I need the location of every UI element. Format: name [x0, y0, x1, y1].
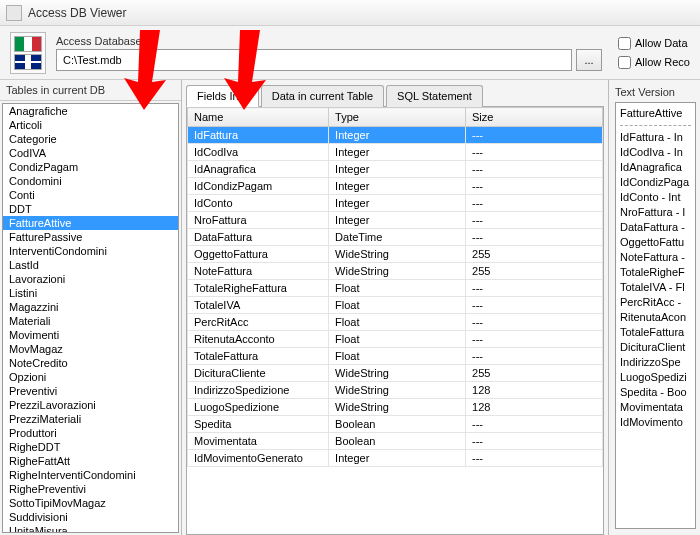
table-list-item[interactable]: LastId [3, 258, 178, 272]
table-row[interactable]: MovimentataBoolean--- [188, 433, 603, 450]
table-cell: Integer [329, 212, 466, 229]
table-cell: --- [466, 161, 603, 178]
table-cell: RitenutaAcconto [188, 331, 329, 348]
table-list-item[interactable]: FattureAttive [3, 216, 178, 230]
table-cell: 128 [466, 382, 603, 399]
table-row[interactable]: OggettoFatturaWideString255 [188, 246, 603, 263]
table-list[interactable]: AnagraficheArticoliCategorieCodIVACondiz… [2, 103, 179, 533]
table-list-item[interactable]: CondizPagam [3, 160, 178, 174]
table-list-item[interactable]: FatturePassive [3, 230, 178, 244]
text-version-line: IdCodIva - In [620, 145, 691, 160]
table-cell: Float [329, 331, 466, 348]
center-panel: Fields InfoData in current TableSQL Stat… [182, 80, 608, 535]
table-list-item[interactable]: Suddivisioni [3, 510, 178, 524]
column-header[interactable]: Type [329, 108, 466, 127]
table-list-item[interactable]: RigheInterventiCondomini [3, 468, 178, 482]
table-row[interactable]: IdContoInteger--- [188, 195, 603, 212]
table-list-item[interactable]: InterventiCondomini [3, 244, 178, 258]
table-row[interactable]: IdCodIvaInteger--- [188, 144, 603, 161]
table-cell: 128 [466, 399, 603, 416]
table-list-item[interactable]: CodIVA [3, 146, 178, 160]
table-list-item[interactable]: PrezziLavorazioni [3, 398, 178, 412]
tab[interactable]: SQL Statement [386, 85, 483, 107]
text-version-line: IdMovimento [620, 415, 691, 430]
table-list-item[interactable]: Produttori [3, 426, 178, 440]
table-row[interactable]: LuogoSpedizioneWideString128 [188, 399, 603, 416]
db-label: Access Database [56, 35, 602, 47]
table-row[interactable]: NoteFatturaWideString255 [188, 263, 603, 280]
browse-button[interactable]: ... [576, 49, 602, 71]
table-cell: Float [329, 314, 466, 331]
table-list-item[interactable]: Condomini [3, 174, 178, 188]
table-cell: IdMovimentoGenerato [188, 450, 329, 467]
table-list-item[interactable]: Movimenti [3, 328, 178, 342]
table-cell: Integer [329, 195, 466, 212]
allow-data-check[interactable]: Allow Data [618, 37, 690, 50]
text-version-line: Spedita - Boo [620, 385, 691, 400]
table-list-item[interactable]: Anagrafiche [3, 104, 178, 118]
table-row[interactable]: DataFatturaDateTime--- [188, 229, 603, 246]
table-row[interactable]: IdMovimentoGeneratoInteger--- [188, 450, 603, 467]
flag-italian-icon[interactable] [14, 36, 42, 52]
table-row[interactable]: TotaleIVAFloat--- [188, 297, 603, 314]
table-row[interactable]: DicituraClienteWideString255 [188, 365, 603, 382]
text-version-line: TotaleFattura [620, 325, 691, 340]
table-list-item[interactable]: RigheDDT [3, 440, 178, 454]
table-row[interactable]: RitenutaAccontoFloat--- [188, 331, 603, 348]
table-row[interactable]: TotaleFatturaFloat--- [188, 348, 603, 365]
column-header[interactable]: Size [466, 108, 603, 127]
table-row[interactable]: TotaleRigheFatturaFloat--- [188, 280, 603, 297]
table-cell: DataFattura [188, 229, 329, 246]
table-cell: NoteFattura [188, 263, 329, 280]
table-row[interactable]: IdCondizPagamInteger--- [188, 178, 603, 195]
table-list-item[interactable]: MovMagaz [3, 342, 178, 356]
app-icon [6, 5, 22, 21]
table-cell: Integer [329, 161, 466, 178]
table-list-item[interactable]: SottoTipiMovMagaz [3, 496, 178, 510]
table-list-item[interactable]: Opzioni [3, 370, 178, 384]
table-list-item[interactable]: DDT [3, 202, 178, 216]
table-list-item[interactable]: Materiali [3, 314, 178, 328]
table-list-item[interactable]: Lavorazioni [3, 272, 178, 286]
table-cell: --- [466, 178, 603, 195]
table-cell: 255 [466, 246, 603, 263]
table-list-item[interactable]: Articoli [3, 118, 178, 132]
table-cell: IdConto [188, 195, 329, 212]
table-list-item[interactable]: Magazzini [3, 300, 178, 314]
table-cell: Integer [329, 127, 466, 144]
table-list-item[interactable]: NoteCredito [3, 356, 178, 370]
table-row[interactable]: PercRitAccFloat--- [188, 314, 603, 331]
text-version-line: RitenutaAcon [620, 310, 691, 325]
table-row[interactable]: NroFatturaInteger--- [188, 212, 603, 229]
db-path-input[interactable] [56, 49, 572, 71]
table-cell: Integer [329, 178, 466, 195]
table-list-item[interactable]: Categorie [3, 132, 178, 146]
table-cell: IdCodIva [188, 144, 329, 161]
table-list-item[interactable]: RighePreventivi [3, 482, 178, 496]
text-version-line: Movimentata [620, 400, 691, 415]
table-list-item[interactable]: PrezziMateriali [3, 412, 178, 426]
flag-english-icon[interactable] [14, 54, 42, 70]
text-version-line: DataFattura - [620, 220, 691, 235]
tab[interactable]: Data in current Table [261, 85, 384, 107]
table-row[interactable]: IdAnagraficaInteger--- [188, 161, 603, 178]
table-cell: WideString [329, 399, 466, 416]
table-list-item[interactable]: UnitaMisura [3, 524, 178, 533]
tab[interactable]: Fields Info [186, 85, 259, 107]
table-cell: Integer [329, 144, 466, 161]
table-cell: Float [329, 348, 466, 365]
tabs: Fields InfoData in current TableSQL Stat… [186, 84, 604, 107]
table-cell: LuogoSpedizione [188, 399, 329, 416]
table-list-item[interactable]: Conti [3, 188, 178, 202]
column-header[interactable]: Name [188, 108, 329, 127]
table-list-item[interactable]: RigheFattAtt [3, 454, 178, 468]
table-cell: DateTime [329, 229, 466, 246]
table-row[interactable]: IndirizzoSpedizioneWideString128 [188, 382, 603, 399]
table-list-item[interactable]: Preventivi [3, 384, 178, 398]
main-row: Tables in current DB AnagraficheArticoli… [0, 80, 700, 535]
allow-reco-check[interactable]: Allow Reco [618, 56, 690, 69]
text-version-line: TotaleRigheF [620, 265, 691, 280]
table-row[interactable]: SpeditaBoolean--- [188, 416, 603, 433]
table-list-item[interactable]: Listini [3, 286, 178, 300]
table-row[interactable]: IdFatturaInteger--- [188, 127, 603, 144]
